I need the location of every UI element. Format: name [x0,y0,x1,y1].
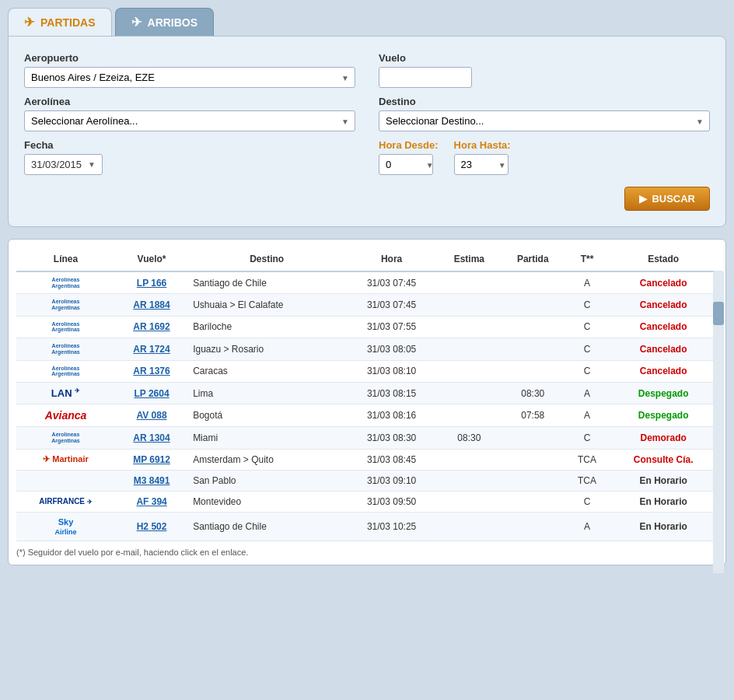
partida-cell [501,427,565,449]
vuelo-input[interactable] [379,67,472,88]
col-estima: Estima [438,247,501,271]
table-header-row: Línea Vuelo* Destino Hora Estima Partida… [16,247,718,271]
footnote: (*) Seguidor del vuelo por e-mail, hacie… [16,548,718,557]
fecha-arrow-icon: ▼ [88,160,96,169]
plane-icon-partidas: ✈ [24,15,34,30]
destination-cell: Iguazu > Rosario [188,338,345,360]
table-row: LAN ✈LP 2604Lima31/03 08:1508:30ADespega… [16,382,718,404]
col-t: T** [565,247,610,271]
flight-link[interactable]: AR 1724 [133,344,170,355]
estado-cell: En Horario [609,491,718,512]
partida-cell: 07:58 [501,404,565,427]
buscar-label: BUSCAR [652,193,695,205]
tab-partidas-label: PARTIDAS [40,16,96,29]
destination-cell: Montevideo [188,491,345,512]
hora-desde-wrapper[interactable]: 0123 4567 891011 12131415 16171819 20212… [379,154,439,175]
airline-logo-ar: Aerolíneas Argentinas [21,343,110,355]
aeropuerto-select[interactable]: Buenos Aires / Ezeiza, EZE [24,67,355,88]
flight-link[interactable]: AF 394 [136,496,166,507]
hora-cell: 31/03 09:10 [345,470,438,491]
plane-icon-arribos: ✈ [131,15,142,30]
buscar-row: ▶ BUSCAR [24,187,710,211]
table-row: Aerolíneas Argentinas AR 1884Ushuaia > E… [16,294,718,316]
flight-link[interactable]: AR 1304 [133,432,170,443]
t-cell: A [565,512,610,541]
table-row: SkyAirlineH2 502Santiago de Chile31/03 1… [16,512,718,541]
estima-cell [438,271,501,294]
destination-cell: Lima [188,382,345,404]
airline-logo-airfrance: AIRFRANCE ✈ [21,497,110,506]
destination-cell: Ushuaia > El Calafate [188,294,345,316]
hora-hasta-select[interactable]: 0123 4567 891011 12131415 16171819 20212… [454,154,509,175]
table-body: Aerolíneas Argentinas LP 166Santiago de … [16,271,718,541]
airline-logo-martinair: ✈ Martinair [21,454,110,464]
aeropuerto-select-wrapper[interactable]: Buenos Aires / Ezeiza, EZE [24,67,355,88]
destination-cell: Santiago de Chile [188,271,345,294]
scrollbar-thumb[interactable] [713,302,724,325]
results-panel: Línea Vuelo* Destino Hora Estima Partida… [8,239,726,565]
estima-cell [438,360,501,382]
tab-arribos[interactable]: ✈ ARRIBOS [115,8,215,36]
flight-link[interactable]: LP 166 [137,278,166,289]
hora-cell: 31/03 08:45 [345,449,438,470]
t-cell: A [565,382,610,404]
destination-cell: Miami [188,427,345,449]
flight-link[interactable]: MP 6912 [133,454,170,465]
airline-logo-ar: Aerolíneas Argentinas [21,277,110,289]
destination-cell: Caracas [188,360,345,382]
flight-link[interactable]: AR 1692 [133,321,170,332]
hora-cell: 31/03 10:25 [345,512,438,541]
flights-table: Línea Vuelo* Destino Hora Estima Partida… [16,247,718,541]
col-vuelo: Vuelo* [115,247,188,271]
destination-cell: Bogotá [188,404,345,427]
scrollbar[interactable] [713,271,724,573]
flight-link[interactable]: AV 088 [136,410,166,421]
t-cell: C [565,294,610,316]
form-grid: Aeropuerto Buenos Aires / Ezeiza, EZE Vu… [24,52,710,175]
partida-cell [501,470,565,491]
estima-cell [438,449,501,470]
vuelo-group: Vuelo [379,52,710,88]
fecha-group: Fecha 31/03/2015 ▼ [24,139,355,175]
flight-link[interactable]: AR 1376 [133,366,170,376]
estado-cell: Cancelado [609,294,718,316]
estima-cell [438,491,501,512]
flight-link[interactable]: H2 502 [137,521,167,532]
hora-desde-select[interactable]: 0123 4567 891011 12131415 16171819 20212… [379,154,433,175]
estima-cell: 08:30 [438,427,501,449]
partida-cell [501,316,565,338]
fecha-picker[interactable]: 31/03/2015 ▼ [24,154,103,175]
estado-cell: Cancelado [609,316,718,338]
tab-arribos-label: ARRIBOS [148,16,198,29]
col-partida: Partida [501,247,565,271]
table-row: Aerolíneas Argentinas AR 1304Miami31/03 … [16,427,718,449]
hora-inner-group: Hora Desde: 0123 4567 891011 12131415 16… [379,139,710,175]
hora-hasta-wrapper[interactable]: 0123 4567 891011 12131415 16171819 20212… [454,154,511,175]
destino-select-wrapper[interactable]: Seleccionar Destino... [379,110,710,131]
tab-partidas[interactable]: ✈ PARTIDAS [8,8,112,36]
estado-cell: En Horario [609,470,718,491]
partida-cell [501,360,565,382]
search-panel: Aeropuerto Buenos Aires / Ezeiza, EZE Vu… [8,36,726,227]
buscar-button[interactable]: ▶ BUSCAR [624,187,710,211]
aerolinea-group: Aerolínea Seleccionar Aerolínea... [24,96,355,131]
flight-link[interactable]: AR 1884 [133,299,170,310]
aerolinea-select-wrapper[interactable]: Seleccionar Aerolínea... [24,110,355,131]
table-row: Aerolíneas Argentinas LP 166Santiago de … [16,271,718,294]
partida-cell [501,512,565,541]
t-cell: C [565,316,610,338]
col-estado: Estado [609,247,718,271]
table-header: Línea Vuelo* Destino Hora Estima Partida… [16,247,718,271]
destination-cell: Bariloche [188,316,345,338]
destino-select[interactable]: Seleccionar Destino... [379,110,710,131]
partida-cell [501,449,565,470]
aerolinea-select[interactable]: Seleccionar Aerolínea... [24,110,355,131]
flight-link[interactable]: LP 2604 [134,388,169,399]
estado-cell: Cancelado [609,338,718,360]
hora-hasta-group: Hora Hasta: 0123 4567 891011 12131415 16… [454,139,511,175]
estima-cell [438,338,501,360]
table-row: Aerolíneas Argentinas AR 1724Iguazu > Ro… [16,338,718,360]
estima-cell [438,404,501,427]
flight-link[interactable]: M3 8491 [134,475,170,486]
hora-cell: 31/03 08:16 [345,404,438,427]
